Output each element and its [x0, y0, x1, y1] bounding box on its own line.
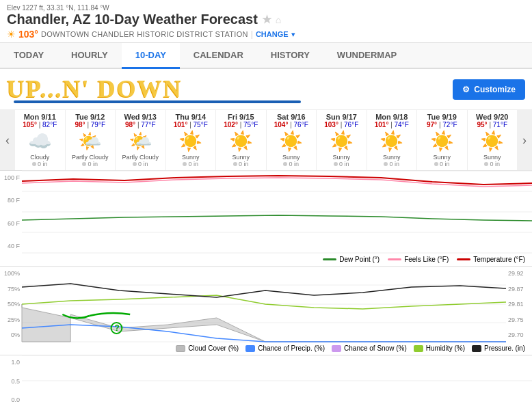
gear-icon: ⚙ [462, 85, 470, 94]
chance-snow-label: Chance of Snow (%) [344, 344, 407, 352]
cloud-cover-label: Cloud Cover (%) [188, 344, 239, 352]
day-header: Sat 9/16 [268, 113, 315, 121]
day-desc: Sunny [217, 154, 265, 161]
day-temps: 98° | 79°F [67, 121, 114, 128]
tab-today[interactable]: TODAY [0, 43, 57, 69]
day-precip: 0 in [369, 161, 416, 167]
day-icon: ☀️ [418, 130, 466, 152]
temp-chart-svg [22, 171, 532, 253]
customize-button[interactable]: ⚙ Customize [453, 79, 525, 100]
day-icon: ☀️ [369, 130, 416, 152]
legend-chance-snow: Chance of Snow (%) [332, 344, 407, 352]
day-precip: 0 in [117, 161, 164, 167]
day-high: 103° [324, 121, 338, 128]
day-desc: Sunny [268, 154, 315, 161]
tab-wundermap[interactable]: WUNDERMAP [323, 43, 410, 69]
humidity-label: Humidity (%) [426, 344, 465, 352]
day-low: 77°F [141, 121, 155, 128]
accum-y-axis: 1.00.50.0 [0, 355, 22, 406]
precip-dot [384, 162, 388, 166]
day-precip: 0 in [469, 161, 516, 167]
day-col-9[interactable]: Wed 9/20 95° | 71°F ☀️ Sunny 0 in [468, 110, 518, 170]
day-low: 75°F [194, 121, 208, 128]
day-temps: 97° | 72°F [418, 121, 466, 128]
day-col-7[interactable]: Mon 9/18 101° | 74°F ☀️ Sunny 0 in [367, 110, 418, 170]
day-desc: Sunny [418, 154, 466, 161]
forecast-days: Mon 9/11 105° | 82°F ☁️ Cloudy 0 in Tue … [15, 110, 517, 170]
day-col-8[interactable]: Tue 9/19 97° | 72°F ☀️ Sunny 0 in [417, 110, 468, 170]
day-desc: Sunny [168, 154, 215, 161]
page-title-row: Chandler, AZ 10-Day Weather Forecast ★ ⌂ [7, 12, 525, 27]
day-col-1[interactable]: Tue 9/12 98° | 79°F 🌤️ Partly Cloudy 0 i… [66, 110, 116, 170]
day-col-4[interactable]: Fri 9/15 102° | 75°F ☀️ Sunny 0 in [216, 110, 267, 170]
day-header: Wed 9/20 [469, 113, 516, 121]
accum-chart-svg [22, 355, 532, 406]
forecast-grid: ‹ Mon 9/11 105° | 82°F ☁️ Cloudy 0 in Tu… [0, 110, 532, 171]
precip-dot [32, 162, 36, 166]
next-arrow[interactable]: › [517, 110, 532, 170]
day-high: 98° [125, 121, 135, 128]
change-link[interactable]: CHANGE [256, 30, 289, 38]
day-desc: Partly Cloudy [117, 154, 164, 161]
accum-chart-section: 1.00.50.0 Precip. Accum. Total (in) Hour… [0, 355, 532, 406]
day-desc: Sunny [469, 154, 516, 161]
day-high: 97° [427, 121, 437, 128]
legend-pressure: Pressure. (in) [472, 344, 525, 352]
svg-text:?: ? [114, 323, 119, 333]
day-col-6[interactable]: Sun 9/17 103° | 76°F ☀️ Sunny 0 in [317, 110, 367, 170]
top-bar: Elev 1227 ft, 33.31 °N, 111.84 °W Chandl… [0, 0, 532, 43]
day-icon: ☀️ [217, 130, 265, 152]
tab-history[interactable]: HISTORY [257, 43, 323, 69]
home-icon[interactable]: ⌂ [276, 14, 281, 25]
pressure-color [472, 345, 481, 352]
precip-chart-legend: Cloud Cover (%) Chance of Precip. (%) Ch… [0, 342, 532, 355]
temperature-badge: 103° [18, 29, 38, 40]
prev-arrow[interactable]: ‹ [0, 110, 15, 170]
banner-text: UP...N' DOWN [7, 75, 525, 103]
cloud-cover-color [176, 345, 185, 352]
day-header: Tue 9/19 [418, 113, 466, 121]
pipe-divider: | [251, 29, 253, 39]
page-title: Chandler, AZ 10-Day Weather Forecast [7, 12, 258, 27]
star-icon[interactable]: ★ [262, 13, 271, 26]
day-header: Sun 9/17 [318, 113, 365, 121]
tab-calendar[interactable]: CALENDAR [180, 43, 257, 69]
day-header: Wed 9/13 [117, 113, 164, 121]
precip-chart-svg: ? [22, 267, 506, 342]
day-low: 72°F [442, 121, 457, 128]
day-col-2[interactable]: Wed 9/13 98° | 77°F 🌤️ Partly Cloudy 0 i… [116, 110, 166, 170]
day-desc: Sunny [369, 154, 416, 161]
precip-dot [82, 162, 86, 166]
day-low: 79°F [91, 121, 105, 128]
chance-snow-color [332, 345, 341, 352]
legend-chance-precip: Chance of Precip. (%) [245, 344, 325, 352]
day-icon: ☀️ [168, 130, 215, 152]
day-desc: Partly Cloudy [67, 154, 114, 161]
station-row: ☀ 103° DOWNTOWN CHANDLER HISTORIC DISTRI… [7, 27, 525, 41]
day-low: 74°F [395, 121, 409, 128]
precip-dot [233, 162, 237, 166]
day-header: Mon 9/11 [16, 113, 64, 121]
day-high: 95° [477, 121, 487, 128]
day-precip: 0 in [318, 161, 365, 167]
day-icon: ☁️ [16, 130, 64, 152]
day-col-3[interactable]: Thu 9/14 101° | 75°F ☀️ Sunny 0 in [166, 110, 217, 170]
temp-chart-canvas [22, 171, 532, 253]
pressure-label: Pressure. (in) [484, 344, 525, 352]
temperature-label: Temperature (°F) [473, 256, 525, 263]
tab-10day[interactable]: 10-DAY [122, 43, 180, 69]
day-low: 82°F [42, 121, 57, 128]
day-precip: 0 in [418, 161, 466, 167]
precip-y-axis-right: 29.9229.8729.8129.7529.70 [506, 267, 532, 342]
day-temps: 103° | 76°F [318, 121, 365, 128]
temp-y-axis: 100 F80 F60 F40 F [0, 171, 22, 253]
day-precip: 0 in [217, 161, 265, 167]
tab-hourly[interactable]: HOURLY [57, 43, 122, 69]
banner-area: UP...N' DOWN ⚙ Customize [0, 69, 532, 110]
dew-point-label: Dew Point (°) [339, 256, 380, 263]
day-col-5[interactable]: Sat 9/16 104° | 76°F ☀️ Sunny 0 in [267, 110, 317, 170]
day-high: 102° [224, 121, 238, 128]
day-col-0[interactable]: Mon 9/11 105° | 82°F ☁️ Cloudy 0 in [15, 110, 66, 170]
legend-feels-like: Feels Like (°F) [388, 256, 449, 263]
precip-dot [283, 162, 287, 166]
